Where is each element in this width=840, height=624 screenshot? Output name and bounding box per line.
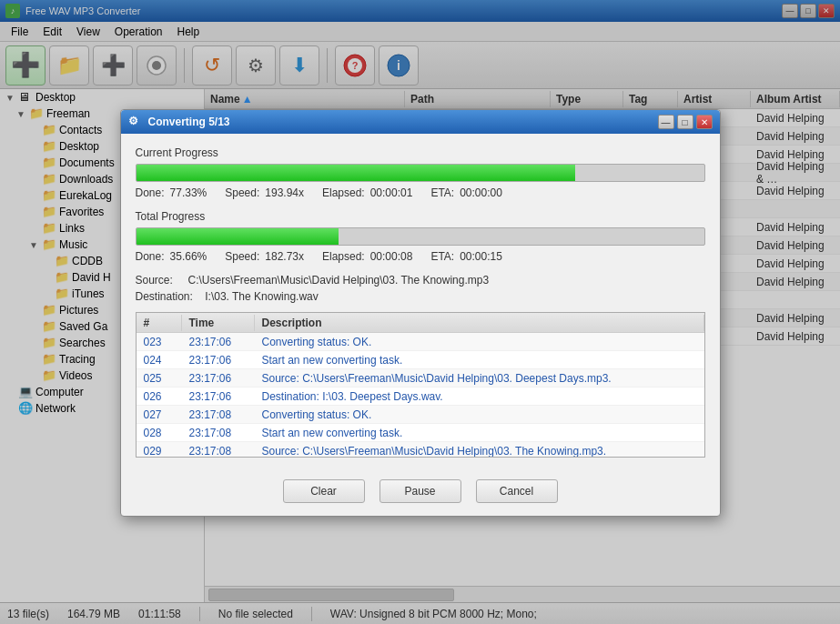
log-col-num: #	[137, 315, 182, 331]
modal-overlay: ⚙ Converting 5/13 — □ ✕ Current Progress…	[0, 0, 840, 624]
log-num: 027	[137, 408, 182, 421]
total-progress-bar-fill	[137, 228, 339, 245]
total-progress-section: Total Progress Done: 35.66% Speed: 182.7…	[136, 210, 705, 263]
current-progress-label: Current Progress	[136, 146, 705, 159]
converting-modal: ⚙ Converting 5/13 — □ ✕ Current Progress…	[120, 109, 721, 517]
log-container[interactable]: # Time Description 023 23:17:06 Converti…	[136, 312, 705, 458]
log-time: 23:17:08	[182, 427, 255, 439]
total-progress-bar-container	[136, 227, 705, 246]
modal-title-bar: ⚙ Converting 5/13 — □ ✕	[121, 110, 720, 134]
log-item[interactable]: 026 23:17:06 Destination: I:\03. Deepest…	[137, 387, 704, 406]
log-item[interactable]: 023 23:17:06 Converting status: OK.	[137, 333, 704, 351]
dest-label: Destination:	[136, 290, 193, 303]
total-done-value: 35.66%	[170, 250, 207, 263]
total-elapsed-stat: Elapsed: 00:00:08	[322, 250, 412, 263]
current-elapsed-value: 00:00:01	[370, 186, 413, 199]
log-time: 23:17:06	[182, 336, 255, 348]
log-num: 025	[137, 372, 182, 385]
current-done-stat: Done: 77.33%	[136, 186, 207, 199]
current-eta-label: ETA:	[430, 186, 454, 199]
current-elapsed-label: Elapsed:	[322, 186, 365, 199]
log-desc: Start an new converting task.	[255, 354, 704, 367]
total-eta-label: ETA:	[430, 250, 454, 263]
cancel-button[interactable]: Cancel	[476, 479, 558, 503]
current-elapsed-stat: Elapsed: 00:00:01	[322, 186, 412, 199]
current-speed-stat: Speed: 193.94x	[225, 186, 304, 199]
log-num: 026	[137, 390, 182, 403]
dest-value: I:\03. The Knowing.wav	[205, 290, 319, 303]
source-row: Source: C:\Users\Freeman\Music\David Hel…	[136, 274, 705, 287]
log-time: 23:17:06	[182, 390, 255, 403]
current-eta-value: 00:00:00	[460, 186, 502, 199]
current-speed-label: Speed:	[225, 186, 259, 199]
log-num: 029	[137, 445, 182, 458]
total-done-label: Done:	[136, 250, 165, 263]
log-header: # Time Description	[137, 313, 704, 333]
source-label: Source:	[136, 274, 173, 287]
total-done-stat: Done: 35.66%	[136, 250, 207, 263]
log-time: 23:17:06	[182, 354, 255, 367]
log-col-desc: Description	[255, 315, 704, 331]
log-num: 028	[137, 427, 182, 439]
modal-title: Converting 5/13	[148, 116, 230, 128]
total-speed-stat: Speed: 182.73x	[225, 250, 304, 263]
log-num: 023	[137, 336, 182, 348]
log-desc: Source: C:\Users\Freeman\Music\David Hel…	[255, 372, 704, 385]
log-desc: Source: C:\Users\Freeman\Music\David Hel…	[255, 445, 704, 458]
log-desc: Start an new converting task.	[255, 427, 704, 439]
total-elapsed-label: Elapsed:	[322, 250, 365, 263]
modal-close-button[interactable]: ✕	[696, 115, 713, 129]
log-desc: Converting status: OK.	[255, 336, 704, 348]
log-item[interactable]: 024 23:17:06 Start an new converting tas…	[137, 351, 704, 369]
modal-title-left: ⚙ Converting 5/13	[128, 115, 230, 129]
total-progress-stats: Done: 35.66% Speed: 182.73x Elapsed: 00:…	[136, 250, 705, 263]
log-item[interactable]: 028 23:17:08 Start an new converting tas…	[137, 424, 704, 442]
current-done-label: Done:	[136, 186, 165, 199]
log-item[interactable]: 027 23:17:08 Converting status: OK.	[137, 406, 704, 424]
log-item[interactable]: 029 23:17:08 Source: C:\Users\Freeman\Mu…	[137, 442, 704, 458]
log-desc: Converting status: OK.	[255, 408, 704, 421]
current-progress-bar-container	[136, 164, 705, 182]
log-item[interactable]: 025 23:17:06 Source: C:\Users\Freeman\Mu…	[137, 369, 704, 387]
current-eta-stat: ETA: 00:00:00	[430, 186, 502, 199]
total-progress-label: Total Progress	[136, 210, 705, 223]
log-num: 024	[137, 354, 182, 367]
log-time: 23:17:06	[182, 372, 255, 385]
current-done-value: 77.33%	[170, 186, 207, 199]
current-progress-bar-fill	[137, 165, 576, 181]
modal-minimize-button[interactable]: —	[658, 115, 674, 129]
log-time: 23:17:08	[182, 408, 255, 421]
source-value: C:\Users\Freeman\Music\David Helping\03.…	[188, 274, 490, 287]
dest-row: Destination: I:\03. The Knowing.wav	[136, 290, 705, 303]
modal-body: Current Progress Done: 77.33% Speed: 193…	[121, 134, 720, 470]
current-speed-value: 193.94x	[265, 186, 304, 199]
modal-footer: Clear Pause Cancel	[121, 470, 720, 516]
log-time: 23:17:08	[182, 445, 255, 458]
total-eta-stat: ETA: 00:00:15	[430, 250, 502, 263]
total-speed-value: 182.73x	[265, 250, 304, 263]
pause-button[interactable]: Pause	[380, 479, 461, 503]
clear-button[interactable]: Clear	[283, 479, 365, 503]
total-speed-label: Speed:	[225, 250, 259, 263]
current-progress-section: Current Progress Done: 77.33% Speed: 193…	[136, 146, 705, 199]
total-eta-value: 00:00:15	[460, 250, 502, 263]
modal-maximize-button[interactable]: □	[677, 115, 693, 129]
log-col-time: Time	[182, 315, 255, 331]
total-elapsed-value: 00:00:08	[370, 250, 413, 263]
modal-controls[interactable]: — □ ✕	[658, 115, 713, 129]
modal-app-icon: ⚙	[128, 115, 143, 129]
current-progress-stats: Done: 77.33% Speed: 193.94x Elapsed: 00:…	[136, 186, 705, 199]
log-desc: Destination: I:\03. Deepest Days.wav.	[255, 390, 704, 403]
